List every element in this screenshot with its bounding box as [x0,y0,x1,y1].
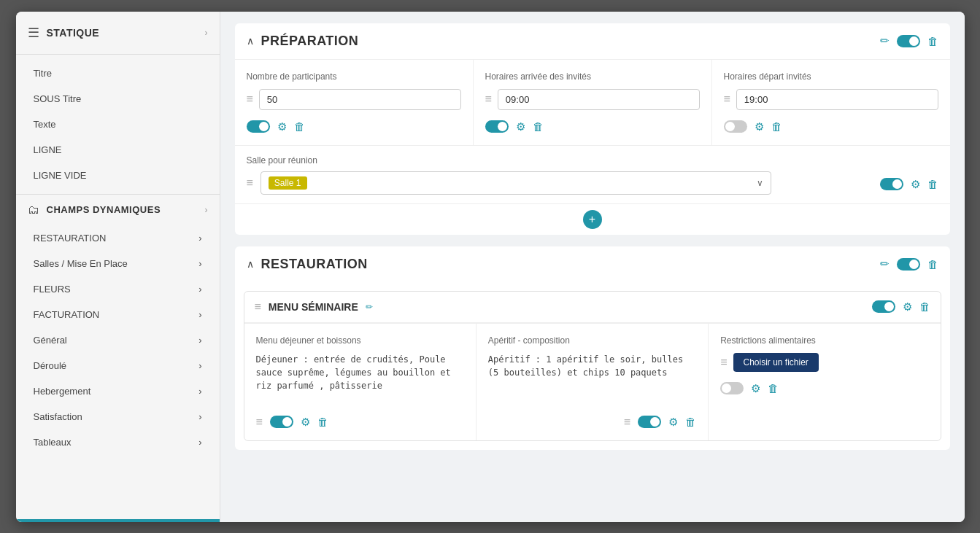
sidebar-static-header[interactable]: ☰ STATIQUE › [16,12,220,55]
menu-dejeuner-actions: ≡ ⚙ 🗑 [256,413,464,429]
participants-actions: ⚙ 🗑 [247,117,461,133]
room-actions: ⚙ 🗑 [880,175,938,191]
room-gear-button[interactable]: ⚙ [911,178,920,191]
preparation-toggle[interactable] [897,35,920,47]
participants-gear-button[interactable]: ⚙ [277,120,287,133]
menu-seminaire-subsection: ≡ MENU SÉMINAIRE ✏ ⚙ 🗑 Menu déjeuner et … [244,291,941,441]
restrictions-input-row: ≡ Choisir un fichier [720,353,928,372]
menu-seminaire-delete-button[interactable]: 🗑 [919,300,930,313]
arrival-toggle[interactable] [485,120,509,133]
restauration-toggle[interactable] [897,258,920,271]
aperitif-textarea[interactable]: Apéritif : 1 apéritif le soir, bulles (5… [488,353,696,405]
room-dropdown[interactable]: Salle 1 ∨ [261,171,771,195]
participants-input[interactable] [259,89,461,110]
departure-input[interactable] [736,89,938,110]
restrictions-label: Restrictions alimentaires [720,335,928,346]
chevron-right-icon: › [198,360,201,371]
sidebar-item-sous-titre[interactable]: SOUS Titre [16,86,220,112]
sidebar-dynamic-title: CHAMPS DYNAMIQUES [47,204,161,215]
menu-dejeuner-delete-button[interactable]: 🗑 [317,416,328,428]
menu-seminaire-actions: ⚙ 🗑 [872,300,930,314]
menu-dejeuner-toggle[interactable] [270,416,293,428]
aperitif-label: Apéritif - composition [488,335,696,346]
sidebar-dynamic-chevron: › [205,205,208,215]
room-delete-button[interactable]: 🗑 [927,178,938,190]
participants-delete-button[interactable]: 🗑 [294,120,305,133]
chevron-right-icon: › [198,386,201,397]
departure-gear-button[interactable]: ⚙ [755,120,764,133]
menu-dejeuner-gear-button[interactable]: ⚙ [301,416,310,429]
drag-handle-icon[interactable]: ≡ [256,416,263,429]
chevron-right-icon: › [198,233,201,244]
sidebar-dynamic-header[interactable]: 🗂 CHAMPS DYNAMIQUES › [16,194,220,225]
sidebar-static-items: Titre SOUS Titre Texte LIGNE LIGNE VIDE [16,55,220,194]
departure-toggle[interactable] [724,120,747,133]
sidebar-item-hebergement[interactable]: Hebergement › [16,378,220,404]
room-label: Salle pour réunion [247,155,317,166]
arrival-input-row: ≡ [485,89,700,110]
sidebar-item-restauration[interactable]: RESTAURATION › [16,225,220,251]
sidebar-item-titre[interactable]: Titre [16,61,220,86]
arrival-actions: ⚙ 🗑 [485,117,700,133]
chevron-right-icon: › [198,335,201,346]
sidebar-dynamic-items: RESTAURATION › Salles / Mise En Place › … [16,225,220,455]
departure-label: Horaires départ invités [724,71,938,82]
sidebar-static-title: STATIQUE [47,27,100,39]
menu-dejeuner-textarea[interactable]: Déjeuner : entrée de crudités, Poule sau… [256,353,464,405]
chevron-up-icon: ∧ [247,35,254,47]
arrival-gear-button[interactable]: ⚙ [516,120,525,133]
restrictions-actions: ⚙ 🗑 [720,379,928,395]
participants-label: Nombre de participants [247,71,461,82]
drag-handle-icon[interactable]: ≡ [247,176,253,190]
choose-file-button[interactable]: Choisir un fichier [733,353,819,372]
room-tag: Salle 1 [269,176,307,190]
menu-seminaire-toggle[interactable] [872,300,895,313]
menu-dejeuner-label: Menu déjeuner et boissons [256,335,464,346]
sidebar-item-deroule[interactable]: Déroulé › [16,353,220,378]
restauration-edit-button[interactable]: ✏ [880,257,890,271]
menu-seminaire-gear-button[interactable]: ⚙ [903,300,912,314]
sidebar-item-general[interactable]: Général › [16,327,220,353]
drag-handle-icon[interactable]: ≡ [485,93,492,106]
restrictions-delete-button[interactable]: 🗑 [768,382,779,394]
sidebar-item-tableaux[interactable]: Tableaux › [16,429,220,455]
restrictions-toggle[interactable] [720,382,744,394]
participants-toggle[interactable] [247,120,270,133]
sidebar-static-chevron: › [205,28,208,38]
preparation-delete-button[interactable]: 🗑 [927,35,938,47]
drag-handle-icon[interactable]: ≡ [720,356,727,369]
departure-actions: ⚙ 🗑 [724,117,938,133]
arrival-label: Horaires arrivée des invités [485,71,700,82]
drag-handle-icon[interactable]: ≡ [247,93,253,106]
aperitif-gear-button[interactable]: ⚙ [668,416,678,429]
preparation-edit-button[interactable]: ✏ [880,34,890,47]
chevron-right-icon: › [198,258,201,269]
chevron-right-icon: › [198,411,201,422]
room-input-row: ≡ Salle 1 ∨ ⚙ 🗑 [247,171,938,195]
drag-handle-icon[interactable]: ≡ [624,416,630,429]
restrictions-gear-button[interactable]: ⚙ [751,382,760,395]
sidebar-item-ligne[interactable]: LIGNE [16,137,220,163]
sidebar-progress-bar [16,519,220,522]
sidebar-item-satisfaction[interactable]: Satisfaction › [16,404,220,429]
departure-delete-button[interactable]: 🗑 [771,120,782,133]
sidebar-item-texte[interactable]: Texte [16,112,220,137]
drag-handle-icon[interactable]: ≡ [255,300,261,314]
aperitif-toggle[interactable] [638,416,661,428]
preparation-add-button[interactable]: + [583,210,602,229]
sidebar-item-ligne-vide[interactable]: LIGNE VIDE [16,163,220,188]
menu-seminaire-edit-button[interactable]: ✏ [366,302,373,312]
drag-handle-icon[interactable]: ≡ [724,93,730,106]
sidebar-item-fleurs[interactable]: FLEURS › [16,276,220,302]
sidebar-item-facturation[interactable]: FACTURATION › [16,302,220,327]
sidebar-item-salles[interactable]: Salles / Mise En Place › [16,251,220,276]
aperitif-actions: ≡ ⚙ 🗑 [488,413,696,429]
menu-fields-row: Menu déjeuner et boissons Déjeuner : ent… [244,323,941,440]
arrival-card: Horaires arrivée des invités ≡ ⚙ 🗑 [474,60,712,145]
folder-icon: 🗂 [28,203,39,217]
arrival-delete-button[interactable]: 🗑 [533,120,544,133]
arrival-input[interactable] [498,89,700,110]
room-toggle[interactable] [880,178,903,190]
aperitif-delete-button[interactable]: 🗑 [685,416,696,428]
restauration-delete-button[interactable]: 🗑 [927,258,938,271]
